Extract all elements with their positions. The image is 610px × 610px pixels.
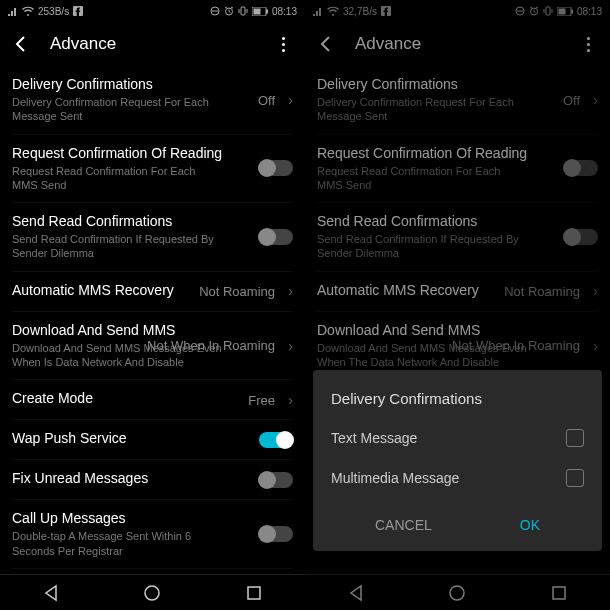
left-pane: 253B/s 08:13 Advance Delivery Confirmati… bbox=[0, 0, 305, 610]
toggle-fix-unread[interactable] bbox=[259, 472, 293, 488]
toggle-send-read[interactable] bbox=[259, 229, 293, 245]
row-download-mms[interactable]: Download And Send MMS Download And Send … bbox=[12, 312, 293, 381]
battery-icon bbox=[252, 7, 268, 16]
right-pane: 32,7B/s 08:13 Advance Delivery Confirmat… bbox=[305, 0, 610, 610]
svg-point-7 bbox=[145, 586, 159, 600]
statusbar: 253B/s 08:13 bbox=[0, 0, 305, 22]
page-title: Advance bbox=[50, 34, 273, 54]
svg-rect-3 bbox=[241, 7, 245, 15]
value-off: Off bbox=[258, 92, 275, 107]
row-send-read[interactable]: Send Read Confirmations Send Read Confir… bbox=[12, 203, 293, 272]
clock: 08:13 bbox=[272, 6, 297, 17]
net-speed: 253B/s bbox=[38, 6, 69, 17]
dialog-delivery-confirmations: Delivery Confirmations Text Message Mult… bbox=[313, 370, 602, 551]
row-create-mode[interactable]: Create Mode Free › bbox=[12, 380, 293, 420]
toggle-call-up[interactable] bbox=[259, 526, 293, 542]
nav-recent-icon[interactable] bbox=[245, 584, 263, 602]
chevron-right-icon: › bbox=[288, 338, 293, 354]
overflow-menu[interactable] bbox=[273, 37, 293, 52]
dialog-title: Delivery Confirmations bbox=[331, 390, 584, 407]
header: Advance bbox=[0, 22, 305, 66]
vibrate-icon bbox=[238, 6, 248, 16]
row-auto-mms[interactable]: Automatic MMS Recovery Not Roaming › bbox=[12, 272, 293, 312]
nav-home-icon[interactable] bbox=[143, 584, 161, 602]
row-call-up[interactable]: Call Up Messages Double-tap A Message Se… bbox=[12, 500, 293, 569]
ok-button[interactable]: OK bbox=[500, 509, 560, 541]
svg-rect-8 bbox=[248, 587, 260, 599]
nav-back-icon[interactable] bbox=[42, 584, 60, 602]
svg-rect-6 bbox=[266, 9, 268, 13]
row-wap-push[interactable]: Wap Push Service bbox=[12, 420, 293, 460]
checkbox-multimedia-message[interactable] bbox=[566, 469, 584, 487]
row-signature[interactable]: Signature Off › bbox=[12, 569, 293, 574]
signal-icon bbox=[8, 6, 18, 16]
dialog-option-mms[interactable]: Multimedia Message bbox=[331, 469, 584, 487]
cancel-button[interactable]: CANCEL bbox=[355, 509, 452, 541]
svg-rect-5 bbox=[253, 8, 260, 14]
facebook-icon bbox=[73, 6, 83, 16]
toggle-request-read[interactable] bbox=[259, 160, 293, 176]
navbar bbox=[0, 574, 305, 610]
alarm-icon bbox=[224, 6, 234, 16]
chevron-right-icon: › bbox=[288, 392, 293, 408]
dialog-option-text[interactable]: Text Message bbox=[331, 429, 584, 447]
toggle-wap-push[interactable] bbox=[259, 432, 293, 448]
row-fix-unread[interactable]: Fix Unread Messages bbox=[12, 460, 293, 500]
settings-list: Delivery Confirmations Delivery Confirma… bbox=[0, 66, 305, 574]
row-delivery-confirmations[interactable]: Delivery Confirmations Delivery Confirma… bbox=[12, 66, 293, 135]
checkbox-text-message[interactable] bbox=[566, 429, 584, 447]
chevron-right-icon: › bbox=[288, 92, 293, 108]
row-request-read[interactable]: Request Confirmation Of Reading Request … bbox=[12, 135, 293, 204]
dnd-icon bbox=[210, 6, 220, 16]
wifi-icon bbox=[22, 6, 34, 16]
chevron-right-icon: › bbox=[288, 283, 293, 299]
back-icon[interactable] bbox=[12, 34, 32, 54]
